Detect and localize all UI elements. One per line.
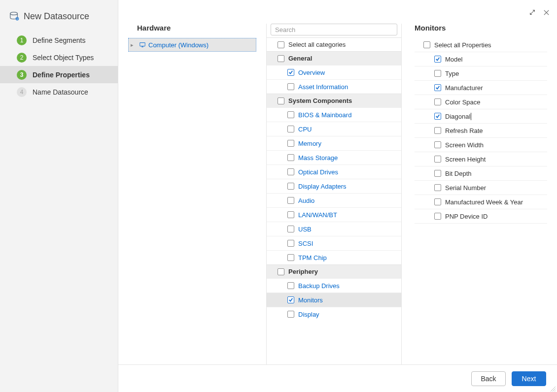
checkbox[interactable]: [434, 84, 441, 91]
category-item-label: Memory: [298, 140, 321, 147]
category-group-header[interactable]: General: [267, 51, 401, 65]
checkbox[interactable]: [287, 168, 294, 175]
property-item-label: Refresh Rate: [445, 127, 483, 134]
category-item[interactable]: Backup Drives: [267, 278, 401, 293]
category-item[interactable]: Optical Drives: [267, 164, 401, 179]
category-item[interactable]: CPU: [267, 122, 401, 136]
wizard-step[interactable]: 1Define Segments: [0, 32, 118, 49]
checkbox[interactable]: [434, 170, 441, 177]
property-item[interactable]: Serial Number: [415, 181, 547, 195]
category-item[interactable]: Memory: [267, 136, 401, 150]
checkbox[interactable]: [278, 268, 284, 275]
checkbox[interactable]: [434, 113, 441, 120]
checkbox[interactable]: [434, 127, 441, 134]
wizard-step[interactable]: 4Name Datasource: [0, 83, 118, 100]
category-item[interactable]: Mass Storage: [267, 150, 401, 164]
checkbox[interactable]: [287, 197, 294, 204]
next-button[interactable]: Next: [512, 371, 546, 386]
wizard-step[interactable]: 3Define Properties: [0, 66, 118, 83]
property-item[interactable]: PNP Device ID: [415, 209, 547, 224]
checkbox[interactable]: [287, 154, 294, 161]
main-area: Hardware ▸ Computer (Windows): [118, 0, 557, 392]
checkbox[interactable]: [287, 282, 294, 289]
category-item[interactable]: Overview: [267, 65, 401, 79]
checkbox[interactable]: [287, 83, 294, 90]
category-item[interactable]: Monitors: [267, 293, 401, 307]
property-item[interactable]: Manufactured Week & Year: [415, 195, 547, 209]
category-item[interactable]: Display Adapters: [267, 179, 401, 193]
property-item[interactable]: Bit Depth: [415, 166, 547, 181]
property-item[interactable]: Screen Height: [415, 152, 547, 166]
property-item-label: Model: [445, 56, 462, 63]
checkbox[interactable]: [423, 41, 430, 48]
property-item[interactable]: Manufacturer: [415, 81, 547, 95]
category-item-label: USB: [298, 226, 312, 233]
category-item[interactable]: BIOS & Mainboard: [267, 107, 401, 122]
resize-grip-icon[interactable]: [549, 385, 556, 392]
category-item[interactable]: SCSI: [267, 236, 401, 250]
checkbox[interactable]: [434, 141, 441, 148]
checkbox[interactable]: [287, 226, 294, 232]
checkbox[interactable]: [434, 70, 441, 77]
checkbox[interactable]: [434, 56, 441, 63]
category-item[interactable]: Display: [267, 307, 401, 321]
expand-icon[interactable]: [528, 8, 536, 16]
select-all-properties-label: Select all Properties: [434, 41, 491, 49]
checkbox[interactable]: [434, 98, 441, 105]
select-all-categories[interactable]: Select all categories: [267, 37, 401, 51]
step-label: Select Object Types: [33, 54, 94, 62]
properties-title: Monitors: [415, 24, 547, 38]
checkbox[interactable]: [278, 55, 284, 62]
sidebar-header: New Datasource: [0, 9, 118, 30]
property-item[interactable]: Screen Width: [415, 138, 547, 152]
chevron-right-icon[interactable]: ▸: [131, 42, 138, 48]
category-item[interactable]: LAN/WAN/BT: [267, 207, 401, 222]
checkbox[interactable]: [287, 296, 294, 303]
select-all-properties[interactable]: Select all Properties: [415, 38, 547, 52]
wizard-steps: 1Define Segments2Select Object Types3Def…: [0, 30, 118, 102]
checkbox[interactable]: [287, 211, 294, 218]
wizard-sidebar: New Datasource 1Define Segments2Select O…: [0, 0, 118, 392]
tree-item-computer-windows[interactable]: ▸ Computer (Windows): [128, 38, 256, 52]
wizard-step[interactable]: 2Select Object Types: [0, 49, 118, 66]
step-number: 3: [17, 70, 27, 80]
checkbox[interactable]: [287, 111, 294, 118]
category-group-header[interactable]: Periphery: [267, 264, 401, 278]
checkbox[interactable]: [434, 156, 441, 163]
checkbox[interactable]: [287, 69, 294, 76]
svg-point-0: [10, 12, 18, 15]
checkbox[interactable]: [278, 98, 284, 104]
category-item[interactable]: TPM Chip: [267, 250, 401, 264]
checkbox[interactable]: [287, 311, 294, 318]
checkbox[interactable]: [287, 126, 294, 132]
checkbox[interactable]: [287, 254, 294, 261]
category-item[interactable]: USB: [267, 222, 401, 236]
property-item[interactable]: Type: [415, 66, 547, 81]
category-item-label: Display: [298, 311, 319, 318]
checkbox[interactable]: [287, 183, 294, 190]
close-icon[interactable]: [542, 8, 550, 16]
checkbox[interactable]: [287, 240, 294, 247]
category-item[interactable]: Audio: [267, 193, 401, 207]
step-label: Name Datasource: [33, 88, 88, 96]
category-group-header[interactable]: System Components: [267, 94, 401, 107]
category-item-label: BIOS & Mainboard: [298, 111, 351, 119]
search-input[interactable]: [271, 24, 397, 35]
category-group-label: General: [288, 55, 312, 62]
property-item[interactable]: Color Space: [415, 95, 547, 109]
checkbox[interactable]: [287, 140, 294, 147]
category-item-label: Monitors: [298, 296, 323, 304]
checkbox[interactable]: [434, 198, 441, 205]
property-item[interactable]: Model: [415, 52, 547, 66]
back-button[interactable]: Back: [471, 371, 506, 386]
property-item[interactable]: Diagonal: [415, 109, 547, 124]
checkbox[interactable]: [278, 41, 284, 48]
category-item[interactable]: Asset Information: [267, 79, 401, 94]
step-label: Define Segments: [33, 36, 85, 44]
property-item[interactable]: Refresh Rate: [415, 124, 547, 138]
property-item-label: Diagonal: [445, 113, 471, 120]
checkbox[interactable]: [434, 184, 441, 191]
property-item-label: Serial Number: [445, 184, 486, 192]
category-item-label: SCSI: [298, 240, 313, 247]
checkbox[interactable]: [434, 213, 441, 220]
